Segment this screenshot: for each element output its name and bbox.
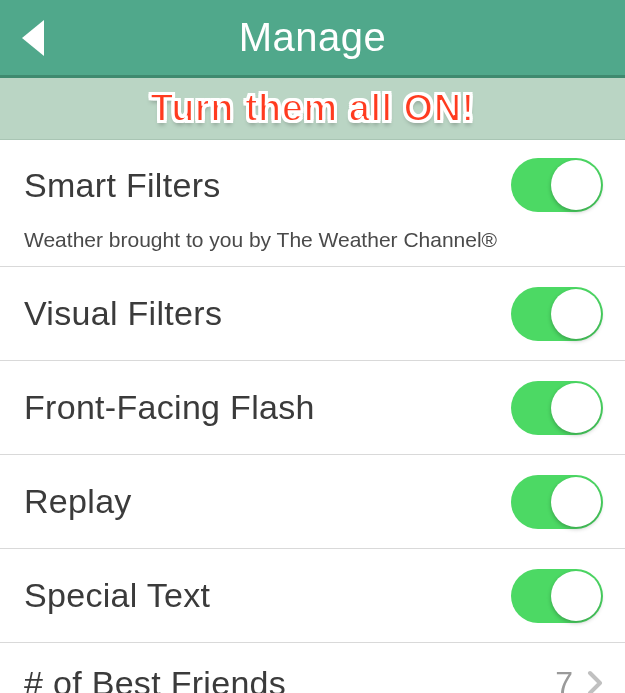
settings-list: Smart Filters Weather brought to you by … <box>0 140 625 693</box>
back-button[interactable] <box>18 18 46 58</box>
toggle-knob <box>551 383 601 433</box>
toggle-knob <box>551 289 601 339</box>
toggle-smart-filters[interactable] <box>511 158 603 212</box>
instruction-banner: Turn them all ON! <box>0 78 625 140</box>
row-label: # of Best Friends <box>24 664 286 694</box>
toggle-knob <box>551 571 601 621</box>
toggle-front-facing-flash[interactable] <box>511 381 603 435</box>
chevron-right-icon <box>587 670 603 693</box>
toggle-special-text[interactable] <box>511 569 603 623</box>
row-visual-filters[interactable]: Visual Filters <box>0 267 625 361</box>
row-label: Special Text <box>24 576 210 615</box>
row-special-text[interactable]: Special Text <box>0 549 625 643</box>
navbar: Manage <box>0 0 625 78</box>
row-label: Front-Facing Flash <box>24 388 315 427</box>
toggle-knob <box>551 160 601 210</box>
toggle-replay[interactable] <box>511 475 603 529</box>
row-smart-filters[interactable]: Smart Filters Weather brought to you by … <box>0 140 625 267</box>
nav-title: Manage <box>239 15 387 60</box>
row-replay[interactable]: Replay <box>0 455 625 549</box>
row-best-friends[interactable]: # of Best Friends 7 <box>0 643 625 693</box>
row-label: Replay <box>24 482 132 521</box>
svg-marker-0 <box>22 20 44 56</box>
row-label: Visual Filters <box>24 294 222 333</box>
toggle-visual-filters[interactable] <box>511 287 603 341</box>
row-value: 7 <box>555 665 573 694</box>
back-triangle-icon <box>18 18 46 58</box>
row-label: Smart Filters <box>24 166 221 205</box>
row-front-facing-flash[interactable]: Front-Facing Flash <box>0 361 625 455</box>
row-value-wrap: 7 <box>555 665 603 694</box>
instruction-text: Turn them all ON! <box>150 87 474 130</box>
row-subtext: Weather brought to you by The Weather Ch… <box>24 228 603 252</box>
toggle-knob <box>551 477 601 527</box>
